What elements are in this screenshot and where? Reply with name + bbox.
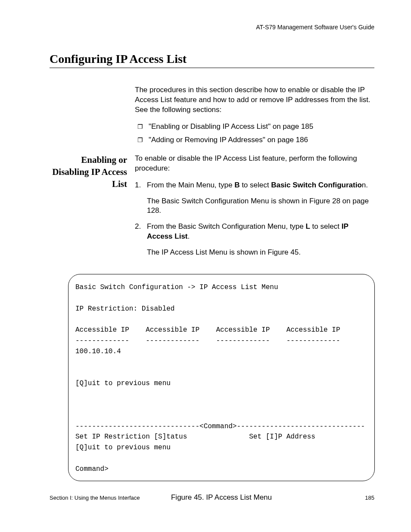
step-subtext: The IP Access List Menu is shown in Figu… [147,248,374,258]
step-text: From the Main Menu, type B to select Bas… [147,180,374,216]
footer-page-number: 185 [365,495,374,501]
step-list: 1. From the Main Menu, type B to select … [135,180,374,258]
bullet-item: "Adding or Removing IP Addresses" on pag… [135,135,374,145]
footer-section-label: Section I: Using the Menus Interface [50,495,140,501]
page-footer: Section I: Using the Menus Interface 185 [50,495,374,501]
header-guide-title: AT-S79 Management Software User's Guide [50,24,374,31]
step-text: From the Basic Switch Configuration Menu… [147,222,374,258]
step-item: 2. From the Basic Switch Configuration M… [135,222,374,258]
intro-row: The procedures in this section describe … [50,85,374,154]
page: AT-S79 Management Software User's Guide … [0,0,411,532]
section-side-heading: Enabling or Disabling IP Access List [50,154,127,190]
step-item: 1. From the Main Menu, type B to select … [135,180,374,216]
intro-bullet-list: "Enabling or Disabling IP Access List" o… [135,122,374,145]
section-lead: To enable or disable the IP Access List … [135,154,374,174]
section-row: Enabling or Disabling IP Access List To … [50,154,374,264]
intro-paragraph: The procedures in this section describe … [135,85,374,115]
page-title: Configuring IP Access List [50,52,374,68]
step-number: 2. [135,222,147,258]
step-number: 1. [135,180,147,216]
bullet-item: "Enabling or Disabling IP Access List" o… [135,122,374,132]
step-subtext: The Basic Switch Configuration Menu is s… [147,196,374,216]
figure-wrapper: Basic Switch Configuration -> IP Access … [68,274,375,501]
terminal-figure: Basic Switch Configuration -> IP Access … [68,274,375,481]
